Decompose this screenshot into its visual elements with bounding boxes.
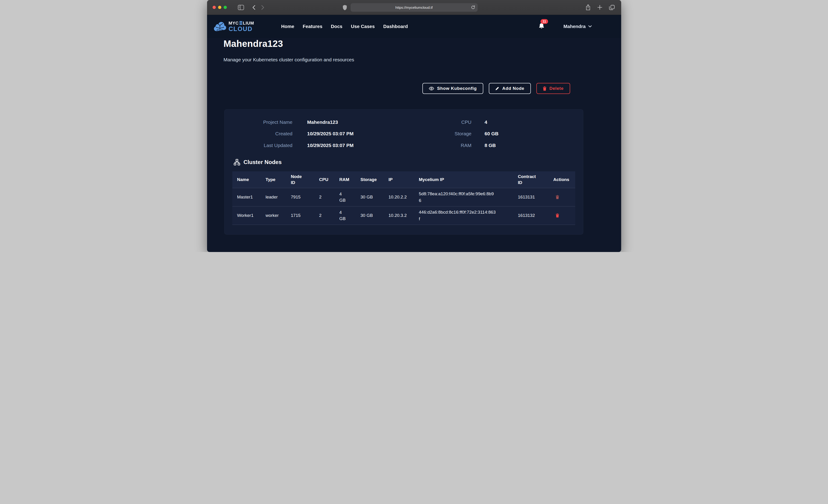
- node-id: 7915: [291, 195, 319, 200]
- delete-cluster-button[interactable]: Delete: [536, 83, 570, 94]
- address-bar[interactable]: https://myceliumcloud.tf: [350, 3, 478, 12]
- info-value: 10/29/2025 03:07 PM: [307, 142, 406, 149]
- user-menu[interactable]: Mahendra: [564, 24, 592, 29]
- url-text: https://myceliumcloud.tf: [396, 5, 433, 10]
- node-cpu: 2: [319, 213, 339, 218]
- node-ip: 10.20.3.2: [388, 213, 419, 218]
- node-cpu: 2: [319, 195, 339, 200]
- minimize-window-button[interactable]: [218, 6, 221, 9]
- info-label: Storage: [406, 131, 471, 137]
- table-header-row: Name Type Node ID CPU RAM Storage IP Myc…: [232, 171, 575, 188]
- table-row: Worker1 worker 1715 2 4 GB 30 GB 10.20.3…: [232, 206, 575, 225]
- col-header-ram: RAM: [339, 177, 361, 182]
- node-ram: 4 GB: [339, 209, 347, 222]
- add-node-label: Add Node: [502, 86, 525, 91]
- back-icon[interactable]: [252, 5, 255, 10]
- sidebar-toggle-icon[interactable]: [238, 5, 244, 10]
- col-header-node-id: Node ID: [291, 174, 304, 185]
- pencil-icon: [495, 86, 499, 90]
- header-right: 11 Mahendra: [538, 23, 592, 30]
- close-window-button[interactable]: [213, 6, 216, 9]
- webpage: Mahendra123 Manage your Kubernetes clust…: [207, 15, 621, 252]
- nav-item-dashboard[interactable]: Dashboard: [383, 24, 408, 29]
- chevron-down-icon: [588, 25, 592, 28]
- notification-count-badge: 11: [540, 19, 548, 24]
- info-label: Created: [224, 131, 307, 137]
- col-header-storage: Storage: [361, 177, 388, 182]
- table-row: Master1 leader 7915 2 4 GB 30 GB 10.20.2…: [232, 188, 575, 206]
- node-name: Worker1: [232, 213, 266, 218]
- delete-node-button[interactable]: [553, 195, 559, 199]
- col-header-contract-id: Contract ID: [518, 174, 538, 185]
- browser-actions: [586, 4, 616, 10]
- user-name: Mahendra: [564, 24, 586, 29]
- main-nav: Home Features Docs Use Cases Dashboard: [281, 24, 408, 29]
- node-mycelium-ip: 5d8:78ea:a120:f40c:ff0f:a5fe:99e6:8b96: [419, 191, 496, 204]
- nav-item-use-cases[interactable]: Use Cases: [351, 24, 375, 29]
- node-type: leader: [266, 195, 291, 200]
- zoom-window-button[interactable]: [223, 6, 227, 9]
- nav-item-home[interactable]: Home: [281, 24, 294, 29]
- nav-item-docs[interactable]: Docs: [331, 24, 342, 29]
- col-header-mycelium-ip: Mycelium IP: [419, 177, 518, 182]
- delete-label: Delete: [549, 86, 564, 91]
- window-controls: [213, 6, 227, 9]
- col-header-ip: IP: [388, 177, 419, 182]
- browser-toolbar: https://myceliumcloud.tf: [207, 0, 621, 15]
- node-ip: 10.20.2.2: [388, 195, 419, 200]
- cluster-actions: Show Kubeconfig Add Node Delete: [224, 83, 583, 94]
- mycelium-cloud-logo[interactable]: MYC LIUM CLOUD: [213, 21, 254, 32]
- info-label: CPU: [406, 119, 471, 125]
- page-subtitle: Manage your Kubernetes cluster configura…: [223, 57, 355, 62]
- trash-icon: [543, 86, 546, 91]
- logo-e-bars-icon: [240, 21, 242, 25]
- cluster-nodes-title: Cluster Nodes: [244, 159, 282, 165]
- node-mycelium-ip: 446:d2a6:8bcd:8c16:ff0f:72e2:3114:863f: [419, 209, 496, 222]
- node-contract-id: 1613131: [518, 195, 553, 200]
- info-value: 8 GB: [471, 142, 583, 149]
- show-kubeconfig-button[interactable]: Show Kubeconfig: [422, 83, 483, 94]
- share-icon[interactable]: [586, 4, 591, 10]
- org-chart-icon: [234, 159, 240, 165]
- cluster-panel: Project Name Mahendra123 CPU 4 Created 1…: [224, 109, 583, 235]
- col-header-name: Name: [232, 177, 266, 182]
- logo-wordmark: MYC LIUM CLOUD: [229, 21, 254, 32]
- trash-icon: [556, 195, 559, 199]
- privacy-shield-icon[interactable]: [342, 5, 347, 11]
- info-label: Last Updated: [224, 142, 307, 149]
- node-name: Master1: [232, 195, 266, 200]
- page-title: Mahendra123: [223, 39, 283, 49]
- nodes-table: Name Type Node ID CPU RAM Storage IP Myc…: [232, 171, 575, 225]
- forward-icon[interactable]: [261, 5, 264, 10]
- site-header: MYC LIUM CLOUD Home Features Docs Use Ca…: [207, 15, 621, 38]
- new-tab-icon[interactable]: [597, 5, 602, 10]
- logo-text-myc: MYC: [229, 21, 239, 25]
- info-value: Mahendra123: [307, 119, 406, 125]
- notifications-button[interactable]: 11: [538, 23, 545, 30]
- node-ram: 4 GB: [339, 191, 347, 204]
- info-label: RAM: [406, 142, 471, 149]
- col-header-actions: Actions: [553, 177, 575, 182]
- info-value: 60 GB: [471, 131, 583, 137]
- cluster-nodes-heading: Cluster Nodes: [234, 159, 583, 165]
- project-info: Project Name Mahendra123 CPU 4 Created 1…: [224, 110, 583, 149]
- eye-icon: [429, 87, 434, 90]
- delete-node-button[interactable]: [553, 213, 559, 217]
- refresh-icon[interactable]: [471, 5, 475, 10]
- cloud-tree-icon: [213, 21, 226, 32]
- node-type: worker: [266, 213, 291, 218]
- logo-text-lium: LIUM: [243, 21, 254, 25]
- info-label: Project Name: [224, 119, 307, 125]
- show-kubeconfig-label: Show Kubeconfig: [437, 86, 477, 91]
- logo-text-cloud: CLOUD: [229, 26, 254, 32]
- col-header-cpu: CPU: [319, 177, 339, 182]
- browser-window: https://myceliumcloud.tf Mahendra123 Man…: [207, 0, 621, 252]
- trash-icon: [556, 213, 559, 217]
- node-storage: 30 GB: [361, 213, 388, 218]
- add-node-button[interactable]: Add Node: [489, 83, 531, 94]
- node-contract-id: 1613132: [518, 213, 553, 218]
- tab-overview-icon[interactable]: [609, 5, 615, 10]
- info-value: 10/29/2025 03:07 PM: [307, 131, 406, 137]
- info-value: 4: [471, 119, 583, 125]
- nav-item-features[interactable]: Features: [303, 24, 322, 29]
